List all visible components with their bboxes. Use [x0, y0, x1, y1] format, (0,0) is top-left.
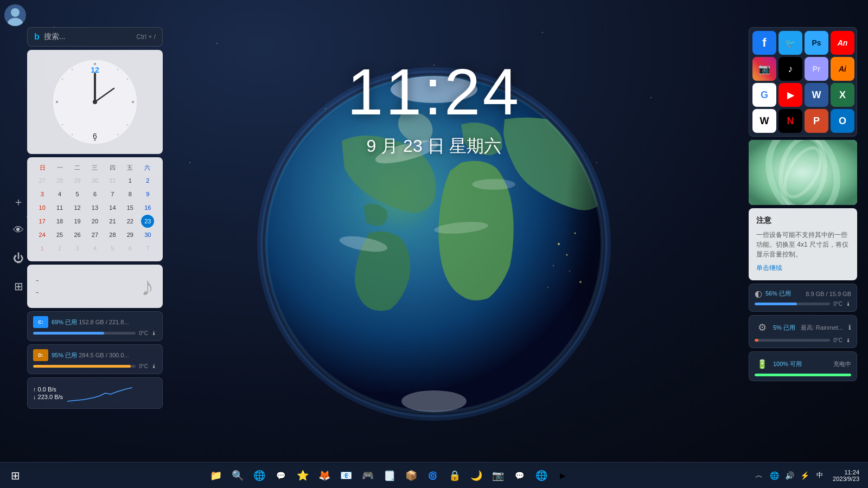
taskbar-mail[interactable]: 📧 [336, 466, 356, 485]
cal-day[interactable]: 2 [53, 242, 66, 255]
power-button[interactable]: ⏻ [9, 248, 28, 268]
cal-day[interactable]: 27 [36, 174, 49, 187]
cal-day[interactable]: 11 [53, 201, 66, 214]
cal-day[interactable]: 8 [124, 188, 137, 201]
cal-day[interactable]: 6 [88, 188, 101, 201]
cal-day[interactable]: 1 [36, 242, 49, 255]
instagram-app[interactable]: 📷 [752, 57, 776, 81]
ram-widget: ◐ 56% 已用 8.9 GB / 15.9 GB 0°C 🌡 [749, 284, 857, 312]
facebook-app[interactable]: f [752, 31, 776, 55]
add-widget-button[interactable]: ＋ [9, 192, 28, 211]
cal-day[interactable]: 26 [71, 228, 84, 241]
cal-day[interactable]: 18 [53, 215, 66, 228]
cal-day[interactable]: 4 [53, 188, 66, 201]
cal-day[interactable]: 14 [106, 201, 119, 214]
wikipedia-app[interactable]: W [752, 109, 776, 133]
taskbar-chat[interactable]: 💬 [271, 466, 291, 485]
tiktok-app[interactable]: ♪ [778, 57, 802, 81]
cal-day[interactable]: 5 [106, 242, 119, 255]
cal-day[interactable]: 4 [88, 242, 101, 255]
cal-day[interactable]: 2 [141, 174, 154, 187]
battery-row: 🔋 100% 可用 充电中 [755, 356, 851, 371]
tray-chevron[interactable]: ︿ [752, 469, 765, 482]
cal-day[interactable]: 9 [141, 188, 154, 201]
eye-button[interactable]: 👁 [9, 220, 28, 240]
tray-sound[interactable]: 🔊 [783, 469, 796, 482]
tray-time[interactable]: 11:24 2023/9/23 [828, 469, 864, 482]
taskbar-firefox[interactable]: 🦊 [315, 466, 334, 485]
network-upload: ↑ 0.0 B/s [33, 386, 63, 393]
cal-day[interactable]: 15 [124, 201, 137, 214]
outlook-app[interactable]: O [831, 109, 854, 133]
cal-day[interactable]: 29 [124, 228, 137, 241]
cal-day[interactable]: 24 [36, 228, 49, 241]
cal-day[interactable]: 7 [106, 188, 119, 201]
ram-bar-row: 0°C 🌡 [755, 301, 851, 307]
cal-today[interactable]: 23 [141, 215, 154, 228]
taskbar-search[interactable]: 🔍 [228, 466, 247, 485]
cal-day[interactable]: 3 [71, 242, 84, 255]
cal-day[interactable]: 10 [36, 201, 49, 214]
taskbar-moon[interactable]: 🌙 [467, 466, 486, 485]
start-button[interactable]: ⊞ [4, 465, 26, 486]
google-app[interactable]: G [752, 83, 776, 107]
taskbar-terminal[interactable]: ▶ [553, 466, 573, 485]
notice-link[interactable]: 单击继续 [756, 264, 850, 273]
taskbar-fileexplorer[interactable]: 📁 [206, 466, 226, 485]
taskbar-lock[interactable]: 🔒 [445, 466, 464, 485]
tray-ime[interactable]: 中 [813, 469, 826, 482]
taskbar-globe[interactable]: 🌐 [532, 466, 551, 485]
taskbar-special1[interactable]: 🌀 [423, 466, 443, 485]
word-app[interactable]: W [805, 83, 828, 107]
taskbar-game[interactable]: 🎮 [358, 466, 378, 485]
cal-day[interactable]: 28 [106, 228, 119, 241]
svg-text:6: 6 [93, 132, 97, 140]
taskbar-edge-circle[interactable]: 🌐 [250, 466, 269, 485]
cal-day[interactable]: 20 [88, 215, 101, 228]
taskbar-camera[interactable]: 📷 [488, 466, 508, 485]
taskbar-msg[interactable]: 💬 [510, 466, 529, 485]
cal-day[interactable]: 30 [88, 174, 101, 187]
tray-network[interactable]: 🌐 [768, 469, 781, 482]
netflix-app[interactable]: N [778, 109, 802, 133]
cpu-widget: ⚙ 5% 已用 最高: Rainmet... ℹ 0°C 🌡 [749, 315, 857, 348]
cal-day[interactable]: 12 [71, 201, 84, 214]
music-widget: - - ♪ [27, 265, 163, 308]
cal-day[interactable]: 27 [88, 228, 101, 241]
cal-day[interactable]: 22 [124, 215, 137, 228]
cal-day[interactable]: 5 [71, 188, 84, 201]
illustrator-app[interactable]: Ai [831, 57, 854, 81]
cal-day[interactable]: 16 [141, 201, 154, 214]
taskbar-note[interactable]: 🗒️ [380, 466, 399, 485]
cal-day[interactable]: 6 [124, 242, 137, 255]
cal-day[interactable]: 30 [141, 228, 154, 241]
cal-day[interactable]: 25 [53, 228, 66, 241]
twitter-app[interactable]: 🐦 [778, 31, 802, 55]
disk-c-bar-fill [33, 332, 104, 335]
cal-day[interactable]: 1 [124, 174, 137, 187]
cal-day[interactable]: 7 [141, 242, 154, 255]
animate-app[interactable]: An [831, 31, 854, 55]
photoshop-app[interactable]: Ps [805, 31, 828, 55]
cal-day[interactable]: 21 [106, 215, 119, 228]
taskbar-pkg[interactable]: 📦 [401, 466, 421, 485]
cal-day[interactable]: 17 [36, 215, 49, 228]
tray-battery[interactable]: ⚡ [798, 469, 811, 482]
taskbar-star[interactable]: ⭐ [293, 466, 312, 485]
windows-button[interactable]: ⊞ [9, 277, 28, 296]
cal-day[interactable]: 31 [106, 174, 119, 187]
cal-day[interactable]: 29 [71, 174, 84, 187]
search-bar[interactable]: b 搜索... Ctrl + / [27, 27, 163, 47]
powerpoint-app[interactable]: P [805, 109, 828, 133]
wallpaper-preview[interactable] [749, 140, 857, 205]
cal-day[interactable]: 3 [36, 188, 49, 201]
cal-day[interactable]: 13 [88, 201, 101, 214]
cal-day[interactable]: 19 [71, 215, 84, 228]
cpu-info-icon[interactable]: ℹ [848, 324, 851, 331]
user-avatar[interactable] [4, 4, 26, 26]
youtube-app[interactable]: ▶ [778, 83, 802, 107]
premiere-app[interactable]: Pr [805, 57, 828, 81]
cal-day[interactable]: 28 [53, 174, 66, 187]
ram-icon: ◐ [755, 288, 762, 299]
excel-app[interactable]: X [831, 83, 854, 107]
